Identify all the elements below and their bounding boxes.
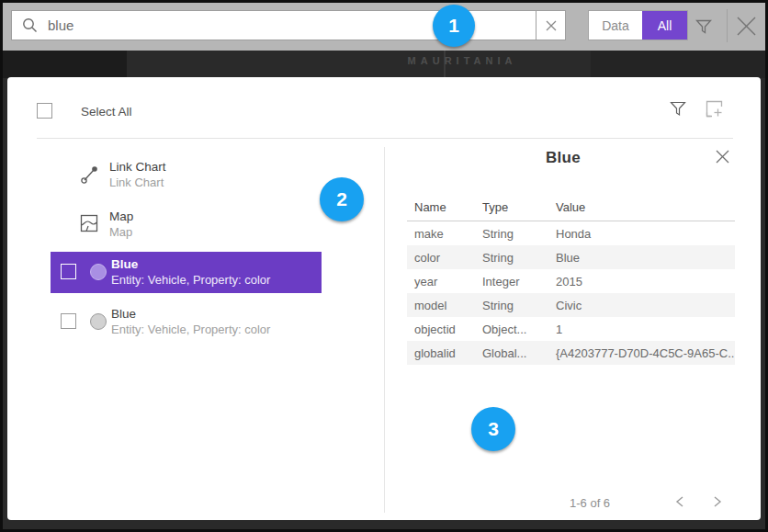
- search-toolbar: blue Data All: [3, 3, 765, 51]
- cell-name: globalid: [407, 346, 475, 360]
- item-subtitle: Link Chart: [109, 175, 166, 190]
- cell-type: String: [475, 227, 548, 241]
- select-all-label: Select All: [81, 105, 132, 119]
- table-row: globalid Global... {A4203777-D70D-4C5C-9…: [407, 341, 735, 365]
- chevron-left-icon[interactable]: [674, 495, 685, 508]
- cell-type: Object...: [475, 323, 548, 336]
- clear-icon: [546, 20, 557, 31]
- item-icon: [90, 313, 107, 330]
- table-row: make String Honda: [407, 221, 735, 245]
- item-icon: [90, 264, 107, 280]
- list-item[interactable]: Blue Entity: Vehicle, Property: color: [51, 252, 322, 293]
- cell-name: objectid: [407, 323, 475, 336]
- item-title: Blue: [111, 306, 270, 322]
- list-item[interactable]: Link Chart Link Chart: [51, 154, 322, 195]
- item-subtitle: Entity: Vehicle, Property: color: [111, 322, 270, 337]
- list-item[interactable]: Blue Entity: Vehicle, Property: color: [51, 301, 322, 342]
- list-item[interactable]: Map Map: [51, 204, 322, 244]
- cell-value: {A4203777-D70D-4C5C-9A65-C...: [548, 346, 735, 360]
- detail-title: Blue: [398, 149, 728, 167]
- table-body: make String Honda color String Blue year…: [407, 221, 735, 365]
- chevron-right-icon[interactable]: [712, 495, 723, 508]
- cell-name: make: [407, 227, 475, 241]
- cell-value: 1: [548, 323, 735, 336]
- table-row: objectid Object... 1: [407, 317, 735, 341]
- cell-type: String: [475, 251, 548, 265]
- callout-badge-1: 1: [433, 5, 475, 47]
- item-subtitle: Entity: Vehicle, Property: color: [111, 272, 270, 288]
- cell-type: String: [475, 299, 548, 312]
- item-title: Link Chart: [109, 159, 166, 175]
- scope-data-button[interactable]: Data: [589, 11, 642, 40]
- cell-name: model: [407, 299, 475, 312]
- filter-icon[interactable]: [670, 100, 686, 118]
- pagination-label: 1-6 of 6: [570, 496, 610, 510]
- search-icon: [22, 17, 38, 33]
- attribute-table: Name Type Value make String Honda color …: [407, 193, 735, 365]
- panel-header-divider: [37, 138, 733, 139]
- filter-icon[interactable]: [695, 17, 713, 36]
- column-header-name: Name: [407, 200, 475, 214]
- item-icon: [79, 213, 101, 235]
- close-icon[interactable]: [734, 14, 759, 39]
- cell-value: Honda: [548, 227, 735, 241]
- select-all-checkbox[interactable]: [37, 103, 52, 119]
- item-checkbox[interactable]: [61, 264, 76, 279]
- cell-name: year: [407, 275, 475, 289]
- item-title: Blue: [111, 256, 270, 272]
- search-query-text: blue: [48, 17, 73, 33]
- column-header-value: Value: [548, 200, 735, 214]
- callout-badge-2: 2: [320, 177, 364, 221]
- search-results-panel: Select All Link Chart Link Chart Map Map…: [7, 77, 761, 520]
- item-checkbox[interactable]: [61, 313, 76, 329]
- map-landmass: [3, 51, 127, 78]
- table-row: color String Blue: [407, 245, 735, 269]
- clear-search-button[interactable]: [536, 10, 566, 40]
- cell-type: Integer: [475, 275, 548, 289]
- list-detail-divider: [384, 147, 385, 513]
- table-row: model String Civic: [407, 293, 735, 317]
- toolbar-divider: [727, 9, 728, 42]
- scope-all-button[interactable]: All: [642, 11, 687, 40]
- callout-badge-3: 3: [471, 407, 515, 451]
- map-landmass: [591, 51, 765, 78]
- cell-name: color: [407, 251, 475, 265]
- cell-value: 2015: [548, 275, 735, 289]
- cell-value: Blue: [548, 251, 735, 265]
- table-row: year Integer 2015: [407, 269, 735, 293]
- item-icon: [79, 164, 101, 186]
- app-window: MAURITANIA blue Data All 1 2 3: [0, 0, 768, 532]
- item-subtitle: Map: [109, 224, 133, 240]
- table-header-row: Name Type Value: [407, 193, 735, 221]
- item-title: Map: [109, 209, 133, 224]
- cell-type: Global...: [475, 346, 548, 360]
- scope-toggle: Data All: [588, 10, 688, 40]
- close-icon[interactable]: [715, 149, 730, 164]
- add-to-selection-icon[interactable]: [705, 99, 724, 119]
- column-header-type: Type: [475, 200, 548, 214]
- map-country-label: MAURITANIA: [384, 55, 540, 66]
- cell-value: Civic: [548, 299, 735, 312]
